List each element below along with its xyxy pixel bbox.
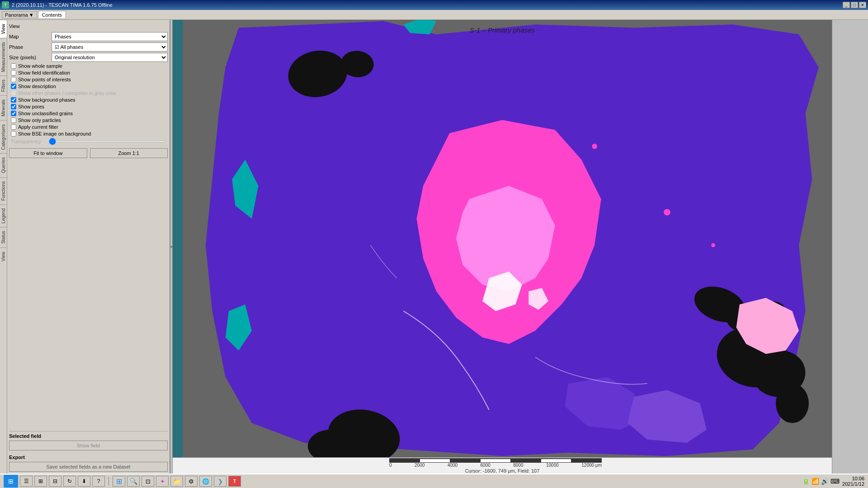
export-section: Export Save selected fields as a new Dat… — [9, 455, 168, 472]
checkbox-unclassified: Show unclassified grains — [9, 111, 168, 116]
size-select[interactable]: Original resolution 512x512 1024x1024 — [52, 53, 168, 62]
taskbar-app-windows[interactable]: ⊞ — [113, 476, 125, 487]
main-layout: View Measurements Filters Minerals Categ… — [0, 20, 868, 474]
taskbar-right: 🔋 📶 🔊 ⌨ 10:06 2021/1/12 — [802, 476, 864, 487]
map-row: Map Phases BSE Field map — [9, 32, 168, 41]
taskbar-time: 10:06 — [852, 476, 864, 481]
taskbar-date: 2021/1/12 — [842, 481, 864, 487]
checkbox-pores: Show pores — [9, 104, 168, 109]
window-title: 2 (2020.10.11) - TESCAN TIMA 1.6.75 Offl… — [12, 2, 113, 8]
whole-sample-label: Show whole sample — [18, 63, 62, 69]
checkbox-only-particles: Show only particles — [9, 117, 168, 123]
fit-window-button[interactable]: Fit to window — [9, 148, 87, 158]
map-svg — [173, 20, 832, 457]
tab-functions[interactable]: Functions — [0, 177, 7, 204]
points-interest-checkbox[interactable] — [11, 77, 16, 82]
taskbar-app-terminal[interactable]: ❯ — [214, 476, 226, 487]
title-bar: T 2 (2020.10.11) - TESCAN TIMA 1.6.75 Of… — [0, 0, 868, 10]
main-view: S-1 – Primary phases — [173, 20, 832, 474]
taskbar-app-store[interactable]: ✦ — [156, 476, 169, 487]
map-label: Map — [9, 34, 50, 39]
save-dataset-button[interactable]: Save selected fields as a new Dataset — [9, 462, 168, 472]
size-label: Size (pixels) — [9, 55, 50, 60]
field-id-checkbox[interactable] — [11, 70, 16, 75]
taskbar-icon-refresh[interactable]: ↻ — [63, 476, 76, 487]
taskbar-app-search[interactable]: 🔍 — [127, 476, 140, 487]
tab-view[interactable]: View — [0, 20, 7, 38]
close-button[interactable]: ✕ — [859, 2, 866, 8]
zoom-button[interactable]: Zoom 1:1 — [90, 148, 168, 158]
size-row: Size (pixels) Original resolution 512x51… — [9, 53, 168, 62]
unclassified-checkbox[interactable] — [11, 111, 16, 116]
tray-volume: 🔊 — [821, 478, 829, 485]
view-label: View — [9, 23, 50, 29]
tab-measurements[interactable]: Measurements — [0, 38, 7, 75]
svg-rect-27 — [173, 20, 183, 457]
checkbox-bse-bg: Show BSE image on background — [9, 131, 168, 136]
panorama-menu[interactable]: Panorama ▼ — [2, 11, 37, 19]
show-field-button[interactable]: Show field — [9, 441, 168, 450]
export-label: Export — [9, 455, 168, 460]
whole-sample-checkbox[interactable] — [11, 63, 16, 69]
taskbar-divider — [108, 477, 109, 486]
only-particles-label: Show only particles — [18, 117, 61, 123]
unclassified-label: Show unclassified grains — [18, 111, 73, 116]
taskbar-icon-search[interactable]: ⊟ — [49, 476, 61, 487]
view-row: View — [9, 22, 168, 31]
other-phases-label: Show other phases / categories in gray c… — [18, 90, 116, 96]
tab-minerals[interactable]: Minerals — [0, 95, 7, 120]
taskbar-app-settings[interactable]: ⚙ — [185, 476, 198, 487]
start-button[interactable]: ⊞ — [4, 475, 18, 488]
system-tray: 🔋 📶 🔊 ⌨ — [802, 478, 840, 485]
current-filter-label: Apply current filter — [18, 124, 58, 130]
map-select[interactable]: Phases BSE Field map — [52, 32, 168, 41]
map-canvas[interactable] — [173, 20, 832, 457]
bse-bg-checkbox[interactable] — [11, 131, 16, 136]
pores-checkbox[interactable] — [11, 104, 16, 109]
svg-point-17 — [776, 384, 809, 423]
tab-legend[interactable]: Legend — [0, 204, 7, 227]
tray-battery: 🔋 — [802, 478, 810, 485]
transparency-slider[interactable] — [49, 141, 166, 142]
taskbar-icon-download[interactable]: ⬇ — [78, 476, 90, 487]
only-particles-checkbox[interactable] — [11, 117, 16, 123]
taskbar-app-tescan[interactable]: T — [228, 476, 241, 487]
scale-label-6000: 6000 — [481, 463, 491, 468]
svg-point-23 — [520, 145, 524, 149]
taskbar-icon-grid[interactable]: ⊞ — [34, 476, 47, 487]
current-filter-checkbox[interactable] — [11, 124, 16, 130]
legend-area — [9, 161, 168, 430]
phase-select[interactable]: ☑ All phases — [52, 42, 168, 52]
right-scrollbar[interactable] — [832, 20, 868, 474]
taskbar-app-folder[interactable]: 📁 — [170, 476, 183, 487]
taskbar-icon-help[interactable]: ? — [92, 476, 105, 487]
bse-bg-label: Show BSE image on background — [18, 131, 91, 136]
tab-status[interactable]: Status — [0, 227, 7, 247]
tray-keyboard: ⌨ — [830, 478, 840, 485]
taskbar: ⊞ ☰ ⊞ ⊟ ↻ ⬇ ? ⊞ 🔍 ⊡ ✦ 📁 ⚙ 🌐 ❯ T 🔋 📶 🔊 ⌨ … — [0, 474, 868, 488]
description-checkbox[interactable] — [11, 84, 16, 89]
bg-phases-checkbox[interactable] — [11, 97, 16, 103]
taskbar-icon-menu[interactable]: ☰ — [20, 476, 33, 487]
sidebar-tabs: View Measurements Filters Minerals Categ… — [0, 20, 7, 474]
checkbox-field-id: Show field identification — [9, 70, 168, 75]
svg-point-24 — [592, 144, 597, 149]
pores-label: Show pores — [18, 104, 44, 109]
tab-queries[interactable]: Queries — [0, 153, 7, 177]
panorama-label: Panorama — [5, 12, 28, 18]
maximize-button[interactable]: □ — [851, 2, 858, 8]
tab-filters[interactable]: Filters — [0, 75, 7, 95]
menu-bar: Panorama ▼ Contents — [0, 10, 868, 20]
tab-categorisers[interactable]: Categorisers — [0, 120, 7, 154]
tab-view2[interactable]: View — [0, 248, 7, 265]
checkbox-other-phases: Show other phases / categories in gray c… — [9, 90, 168, 96]
view-buttons: Fit to window Zoom 1:1 — [9, 146, 168, 160]
minimize-button[interactable]: _ — [843, 2, 850, 8]
contents-menu[interactable]: Contents — [38, 11, 66, 19]
taskbar-app-browser[interactable]: 🌐 — [199, 476, 212, 487]
taskbar-app-task[interactable]: ⊡ — [142, 476, 154, 487]
window-controls: _ □ ✕ — [843, 2, 866, 8]
bg-phases-label: Show background phases — [18, 97, 75, 103]
other-phases-checkbox[interactable] — [11, 90, 16, 96]
svg-point-25 — [664, 209, 670, 216]
